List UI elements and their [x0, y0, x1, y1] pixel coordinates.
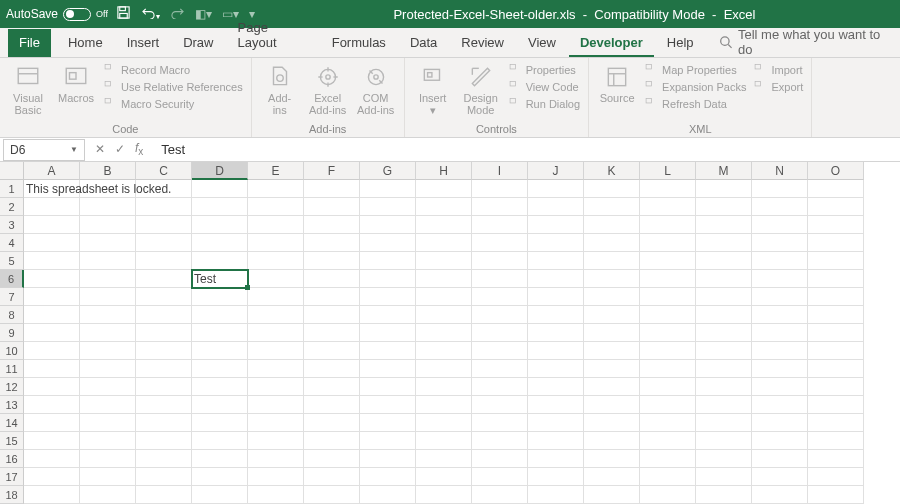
cell-I17[interactable] [472, 468, 528, 486]
row-header[interactable]: 2 [0, 198, 24, 216]
cell-O17[interactable] [808, 468, 864, 486]
cell-O10[interactable] [808, 342, 864, 360]
view-code-button[interactable]: View Code [507, 79, 582, 94]
cell-O3[interactable] [808, 216, 864, 234]
formula-input[interactable]: Test [153, 142, 900, 157]
cell-E15[interactable] [248, 432, 304, 450]
cell-H6[interactable] [416, 270, 472, 288]
cell-F6[interactable] [304, 270, 360, 288]
cell-N6[interactable] [752, 270, 808, 288]
cell-A13[interactable] [24, 396, 80, 414]
cell-C12[interactable] [136, 378, 192, 396]
column-header[interactable]: H [416, 162, 472, 180]
cell-G6[interactable] [360, 270, 416, 288]
tab-file[interactable]: File [8, 29, 51, 57]
column-header[interactable]: B [80, 162, 136, 180]
cell-N10[interactable] [752, 342, 808, 360]
cell-G16[interactable] [360, 450, 416, 468]
cell-M4[interactable] [696, 234, 752, 252]
cell-N2[interactable] [752, 198, 808, 216]
import-button[interactable]: Import [752, 62, 805, 77]
fx-icon[interactable]: fx [135, 141, 143, 157]
cell-D15[interactable] [192, 432, 248, 450]
cell-H1[interactable] [416, 180, 472, 198]
cell-H8[interactable] [416, 306, 472, 324]
cell-E14[interactable] [248, 414, 304, 432]
cell-A16[interactable] [24, 450, 80, 468]
macros-button[interactable]: Macros [54, 60, 98, 104]
cell-J18[interactable] [528, 486, 584, 504]
cell-D9[interactable] [192, 324, 248, 342]
cell-M15[interactable] [696, 432, 752, 450]
row-header[interactable]: 4 [0, 234, 24, 252]
cell-J1[interactable] [528, 180, 584, 198]
cell-D3[interactable] [192, 216, 248, 234]
cell-M13[interactable] [696, 396, 752, 414]
cell-F1[interactable] [304, 180, 360, 198]
run-dialog-button[interactable]: Run Dialog [507, 96, 582, 111]
cell-N16[interactable] [752, 450, 808, 468]
row-header[interactable]: 7 [0, 288, 24, 306]
cell-O16[interactable] [808, 450, 864, 468]
cell-L18[interactable] [640, 486, 696, 504]
row-header[interactable]: 18 [0, 486, 24, 504]
cell-F14[interactable] [304, 414, 360, 432]
cell-J14[interactable] [528, 414, 584, 432]
design-mode-button[interactable]: DesignMode [459, 60, 503, 116]
cell-L15[interactable] [640, 432, 696, 450]
cell-L6[interactable] [640, 270, 696, 288]
cell-A7[interactable] [24, 288, 80, 306]
cell-M8[interactable] [696, 306, 752, 324]
row-header[interactable]: 14 [0, 414, 24, 432]
cell-B15[interactable] [80, 432, 136, 450]
row-header[interactable]: 15 [0, 432, 24, 450]
cell-O7[interactable] [808, 288, 864, 306]
cell-L12[interactable] [640, 378, 696, 396]
cell-F9[interactable] [304, 324, 360, 342]
cell-A1[interactable]: This spreadsheet is locked. [24, 180, 80, 198]
cell-F17[interactable] [304, 468, 360, 486]
cell-E13[interactable] [248, 396, 304, 414]
cell-D17[interactable] [192, 468, 248, 486]
cell-F5[interactable] [304, 252, 360, 270]
cell-F7[interactable] [304, 288, 360, 306]
cell-A8[interactable] [24, 306, 80, 324]
cell-A10[interactable] [24, 342, 80, 360]
cell-G10[interactable] [360, 342, 416, 360]
cell-H5[interactable] [416, 252, 472, 270]
cell-J3[interactable] [528, 216, 584, 234]
cell-I16[interactable] [472, 450, 528, 468]
cell-C10[interactable] [136, 342, 192, 360]
cell-B4[interactable] [80, 234, 136, 252]
cell-G7[interactable] [360, 288, 416, 306]
cell-E5[interactable] [248, 252, 304, 270]
cell-D10[interactable] [192, 342, 248, 360]
cell-N15[interactable] [752, 432, 808, 450]
cells-area[interactable]: This spreadsheet is locked.Test [24, 180, 864, 504]
cell-M11[interactable] [696, 360, 752, 378]
cell-G13[interactable] [360, 396, 416, 414]
cell-H16[interactable] [416, 450, 472, 468]
cell-L11[interactable] [640, 360, 696, 378]
cell-J4[interactable] [528, 234, 584, 252]
column-header[interactable]: D [192, 162, 248, 180]
cell-E11[interactable] [248, 360, 304, 378]
cell-L9[interactable] [640, 324, 696, 342]
cell-A11[interactable] [24, 360, 80, 378]
cell-J17[interactable] [528, 468, 584, 486]
cell-O6[interactable] [808, 270, 864, 288]
cell-I1[interactable] [472, 180, 528, 198]
cell-H7[interactable] [416, 288, 472, 306]
column-header[interactable]: K [584, 162, 640, 180]
cell-A12[interactable] [24, 378, 80, 396]
cell-F12[interactable] [304, 378, 360, 396]
column-header[interactable]: C [136, 162, 192, 180]
column-header[interactable]: E [248, 162, 304, 180]
cell-N12[interactable] [752, 378, 808, 396]
cell-H18[interactable] [416, 486, 472, 504]
tab-developer[interactable]: Developer [569, 29, 654, 57]
cell-K18[interactable] [584, 486, 640, 504]
cell-H2[interactable] [416, 198, 472, 216]
cell-O11[interactable] [808, 360, 864, 378]
cell-M7[interactable] [696, 288, 752, 306]
